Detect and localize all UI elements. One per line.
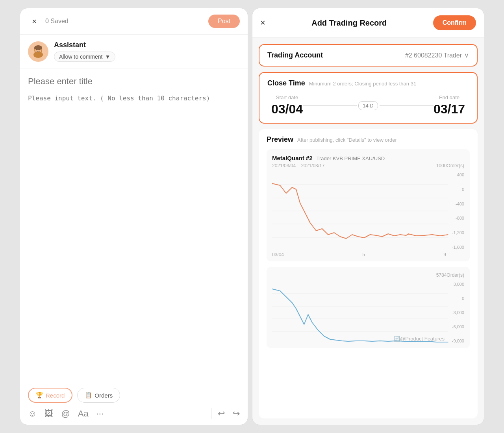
chart-title-row-1: MetalQuant #2 Trader KVB PRIME XAU/USD [272,155,464,161]
preview-hint: After publishing, click "Details" to vie… [297,137,397,143]
start-date-value: 03/04 [271,102,303,117]
user-info: Assistant Allow to comment ▼ [54,41,115,62]
toolbar-divider [211,408,211,419]
emoji-button[interactable]: ☺ [28,409,37,419]
at-button[interactable]: @ [61,409,70,419]
title-input[interactable] [20,68,248,91]
left-close-button[interactable]: × [28,15,41,28]
trading-account-label: Trading Account [267,51,323,59]
chart-orders-1: 1000Order(s) [436,163,464,168]
duration-badge: 14 D [358,101,378,110]
username: Assistant [54,41,115,49]
trading-account-card[interactable]: Trading Account #2 60082230 Trader ∨ [259,44,478,67]
chart-card-1: MetalQuant #2 Trader KVB PRIME XAU/USD 2… [267,149,470,261]
dropdown-arrow-icon: ▼ [105,54,110,60]
saved-count: 0 Saved [45,18,69,25]
close-time-hint: Minumum 2 orders; Closing period less th… [309,81,416,87]
chart-y-labels-1: 400 0 -400 -800 -1,200 -1,600 [448,172,464,250]
undo-button[interactable]: ↩ [218,409,225,419]
chart-date-range-1: 2021/03/04 – 2021/03/17 [272,163,324,168]
end-date-col: End date 03/17 [434,94,465,117]
trophy-icon: 🏆 [36,392,43,399]
right-panel-title: Add Trading Record [311,19,387,28]
start-date-col: Start date 03/04 [271,94,303,117]
left-header-left: × 0 Saved [28,15,69,28]
chart-area-2: 3,000 0 -3,000 -6,000 -9,000 🔄@Product F… [272,281,464,344]
bottom-actions: 🏆 Record 📋 Orders ☺ 🖼 @ Aa ··· [20,382,248,425]
chart-y-labels-2: 3,000 0 -3,000 -6,000 -9,000 [446,281,464,344]
date-range: Start date 03/04 14 D End date 03/17 [267,94,469,117]
right-content: Trading Account #2 60082230 Trader ∨ Clo… [252,38,484,425]
chart-area-1: 400 0 -400 -800 -1,200 -1,600 [272,172,464,250]
chart-date-row-1: 2021/03/04 – 2021/03/17 1000Order(s) [272,163,464,168]
chart-x-labels-1: 03/04 5 9 [272,250,464,257]
icon-group-left: ☺ 🖼 @ Aa ··· [28,409,205,419]
record-button[interactable]: 🏆 Record [28,388,72,403]
comment-dropdown[interactable]: Allow to comment ▼ [54,52,115,62]
chart-orders-2: 5784Order(s) [436,272,464,278]
orders-icon: 📋 [85,392,92,399]
close-time-label: Close Time [267,79,305,87]
preview-label: Preview [267,135,293,144]
redo-button[interactable]: ↪ [233,409,240,419]
chart-date-row-2: 5784Order(s) [272,272,464,278]
chevron-down-icon: ∨ [464,52,469,59]
watermark: 🔄@Product Features [394,336,445,342]
orders-button[interactable]: 📋 Orders [77,388,120,403]
right-header: × Add Trading Record Confirm [252,8,484,38]
start-date-label: Start date [276,94,298,100]
post-button[interactable]: Post [208,15,240,28]
image-button[interactable]: 🖼 [44,409,53,419]
confirm-button[interactable]: Confirm [433,15,476,30]
more-button[interactable]: ··· [96,409,104,419]
font-button[interactable]: Aa [78,409,89,419]
close-time-header: Close Time Minumum 2 orders; Closing per… [267,79,469,87]
end-date-label: End date [439,94,460,100]
right-close-button[interactable]: × [260,18,265,28]
left-header: × 0 Saved Post [20,8,248,35]
user-section: Assistant Allow to comment ▼ [20,35,248,68]
close-time-card[interactable]: Close Time Minumum 2 orders; Closing per… [259,72,478,124]
preview-section: Preview After publishing, click "Details… [259,129,478,418]
body-input[interactable] [20,91,248,382]
svg-point-3 [33,52,43,58]
left-panel: × 0 Saved Post [20,8,248,425]
right-panel: × Add Trading Record Confirm Trading Acc… [252,8,484,425]
date-connector: 14 D [303,101,434,110]
record-orders-row: 🏆 Record 📋 Orders [28,388,240,403]
trading-account-value: #2 60082230 Trader ∨ [405,52,469,59]
end-date-value: 03/17 [434,102,465,117]
toolbar-icons: ☺ 🖼 @ Aa ··· ↩ ↪ [28,408,240,419]
chart-subtitle-1: Trader KVB PRIME XAU/USD [317,155,385,161]
nav-icons: ↩ ↪ [218,409,240,419]
preview-header: Preview After publishing, click "Details… [267,135,470,144]
avatar [28,41,48,62]
chart-card-2: 5784Order(s) [267,267,470,348]
chart-title-1: MetalQuant #2 [272,155,313,161]
